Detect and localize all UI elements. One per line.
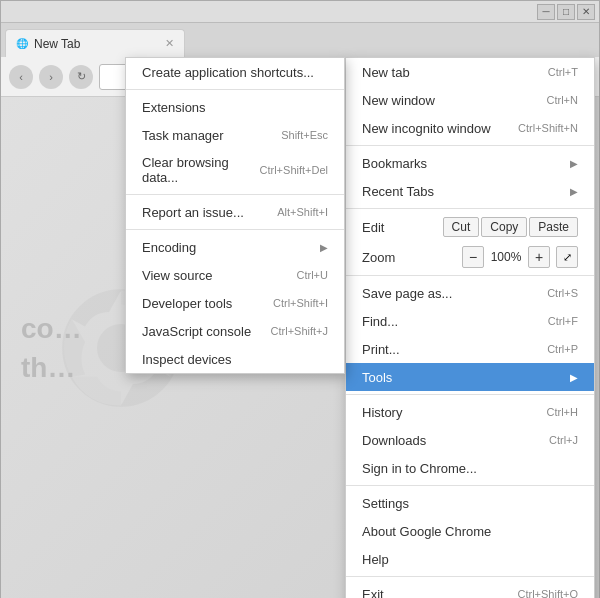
menu-item-save-page[interactable]: Save page as... Ctrl+S — [346, 279, 594, 307]
edit-row: Edit Cut Copy Paste — [346, 212, 594, 242]
cut-button[interactable]: Cut — [443, 217, 480, 237]
separator-3 — [346, 275, 594, 276]
separator-1 — [346, 145, 594, 146]
forward-button[interactable]: › — [39, 65, 63, 89]
menu-item-recent-tabs[interactable]: Recent Tabs ▶ — [346, 177, 594, 205]
zoom-value: 100% — [488, 250, 524, 264]
submenu-item-report-issue[interactable]: Report an issue... Alt+Shift+I — [126, 198, 344, 226]
active-tab[interactable]: 🌐 New Tab ✕ — [5, 29, 185, 57]
separator-6 — [346, 576, 594, 577]
title-bar: ─ □ ✕ — [1, 1, 599, 23]
tab-close-icon[interactable]: ✕ — [165, 37, 174, 50]
menu-item-bookmarks[interactable]: Bookmarks ▶ — [346, 149, 594, 177]
menu-item-new-window[interactable]: New window Ctrl+N — [346, 86, 594, 114]
tab-title: New Tab — [34, 37, 80, 51]
copy-button[interactable]: Copy — [481, 217, 527, 237]
menu-item-downloads[interactable]: Downloads Ctrl+J — [346, 426, 594, 454]
browser-window: ─ □ ✕ 🌐 New Tab ✕ ‹ › ↻ ☆ ≡ — [0, 0, 600, 598]
submenu-item-clear-browsing[interactable]: Clear browsing data... Ctrl+Shift+Del — [126, 149, 344, 191]
menu-item-tools[interactable]: Tools ▶ — [346, 363, 594, 391]
menu-item-new-tab[interactable]: New tab Ctrl+T — [346, 58, 594, 86]
zoom-row: Zoom − 100% + ⤢ — [346, 242, 594, 272]
submenu-item-javascript-console[interactable]: JavaScript console Ctrl+Shift+J — [126, 317, 344, 345]
paste-button[interactable]: Paste — [529, 217, 578, 237]
menu-item-print[interactable]: Print... Ctrl+P — [346, 335, 594, 363]
submenu-item-inspect-devices[interactable]: Inspect devices — [126, 345, 344, 373]
reload-button[interactable]: ↻ — [69, 65, 93, 89]
main-menu: New tab Ctrl+T New window Ctrl+N New inc… — [345, 57, 595, 598]
submenu-item-create-shortcuts[interactable]: Create application shortcuts... — [126, 58, 344, 86]
edit-btn-group: Cut Copy Paste — [443, 217, 578, 237]
submenu-separator-1 — [126, 89, 344, 90]
menu-item-exit[interactable]: Exit Ctrl+Shift+Q — [346, 580, 594, 598]
page-text: co… th… — [21, 309, 82, 387]
menu-item-settings[interactable]: Settings — [346, 489, 594, 517]
zoom-plus-button[interactable]: + — [528, 246, 550, 268]
tools-submenu: Create application shortcuts... Extensio… — [125, 57, 345, 374]
close-button[interactable]: ✕ — [577, 4, 595, 20]
zoom-minus-button[interactable]: − — [462, 246, 484, 268]
submenu-item-view-source[interactable]: View source Ctrl+U — [126, 261, 344, 289]
submenu-item-developer-tools[interactable]: Developer tools Ctrl+Shift+I — [126, 289, 344, 317]
separator-5 — [346, 485, 594, 486]
tab-bar: 🌐 New Tab ✕ — [1, 23, 599, 57]
menu-item-find[interactable]: Find... Ctrl+F — [346, 307, 594, 335]
submenu-separator-3 — [126, 229, 344, 230]
submenu-separator-2 — [126, 194, 344, 195]
separator-2 — [346, 208, 594, 209]
menu-item-history[interactable]: History Ctrl+H — [346, 398, 594, 426]
menu-item-help[interactable]: Help — [346, 545, 594, 573]
submenu-item-extensions[interactable]: Extensions — [126, 93, 344, 121]
menu-item-sign-in[interactable]: Sign in to Chrome... — [346, 454, 594, 482]
zoom-fullscreen-button[interactable]: ⤢ — [556, 246, 578, 268]
menu-item-about[interactable]: About Google Chrome — [346, 517, 594, 545]
back-button[interactable]: ‹ — [9, 65, 33, 89]
submenu-item-encoding[interactable]: Encoding ▶ — [126, 233, 344, 261]
minimize-button[interactable]: ─ — [537, 4, 555, 20]
menu-item-incognito[interactable]: New incognito window Ctrl+Shift+N — [346, 114, 594, 142]
submenu-item-task-manager[interactable]: Task manager Shift+Esc — [126, 121, 344, 149]
maximize-button[interactable]: □ — [557, 4, 575, 20]
separator-4 — [346, 394, 594, 395]
zoom-controls: − 100% + ⤢ — [462, 246, 578, 268]
